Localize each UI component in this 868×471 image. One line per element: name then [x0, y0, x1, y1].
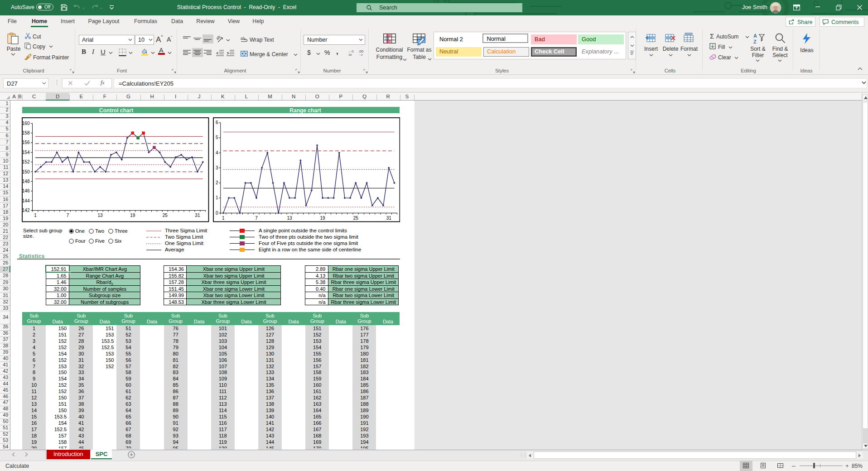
- svg-text:31: 31: [195, 212, 200, 217]
- svg-text:144: 144: [22, 198, 30, 203]
- svg-text:7: 7: [67, 212, 69, 217]
- svg-text:154: 154: [22, 149, 30, 154]
- svg-text:1: 1: [222, 215, 225, 220]
- svg-text:←0: ←0: [348, 49, 354, 53]
- svg-text:148: 148: [22, 178, 30, 183]
- svg-text:3: 3: [215, 165, 218, 170]
- svg-text:4: 4: [215, 150, 218, 155]
- svg-text:142: 142: [22, 207, 30, 212]
- svg-text:25: 25: [353, 215, 358, 220]
- svg-text:19: 19: [130, 212, 135, 217]
- svg-text:1: 1: [215, 195, 218, 200]
- svg-text:2: 2: [215, 180, 218, 185]
- svg-text:→0: →0: [358, 53, 363, 56]
- svg-text:1: 1: [34, 212, 37, 217]
- svg-text:6: 6: [215, 120, 218, 125]
- svg-text:156: 156: [22, 140, 30, 145]
- svg-text:160: 160: [22, 120, 30, 125]
- svg-text:13: 13: [98, 212, 103, 217]
- svg-text:.00: .00: [358, 49, 364, 53]
- svg-text:0: 0: [215, 210, 218, 215]
- svg-text:A: A: [753, 33, 757, 38]
- svg-text:150: 150: [22, 169, 30, 174]
- svg-text:5: 5: [215, 135, 218, 140]
- svg-text:25: 25: [163, 212, 168, 217]
- svg-text:.00: .00: [348, 53, 352, 56]
- svg-text:Z: Z: [753, 39, 757, 44]
- svg-text:146: 146: [22, 188, 30, 193]
- svg-text:13: 13: [287, 215, 292, 220]
- svg-text:31: 31: [386, 215, 391, 220]
- svg-text:ab: ab: [217, 35, 222, 41]
- svg-text:ab: ab: [241, 36, 245, 41]
- svg-text:7: 7: [255, 215, 258, 220]
- svg-text:19: 19: [320, 215, 325, 220]
- svg-text:158: 158: [22, 130, 30, 135]
- svg-text:152: 152: [22, 159, 30, 164]
